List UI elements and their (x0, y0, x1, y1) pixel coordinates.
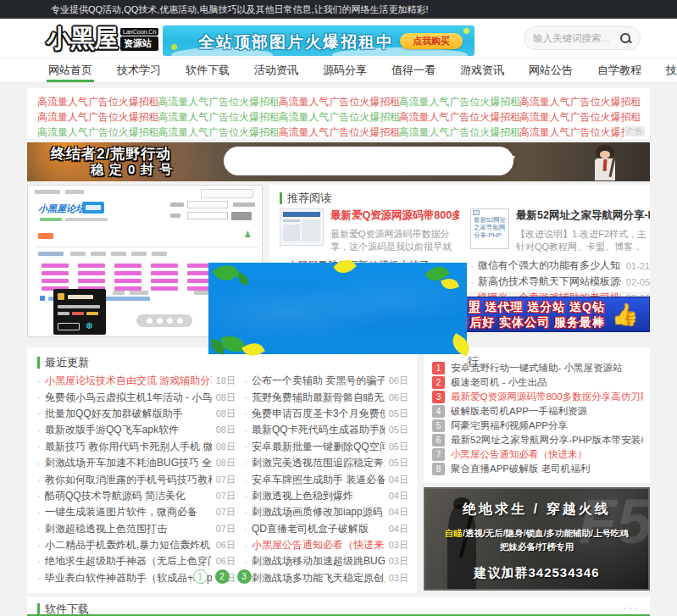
recent-item-link[interactable]: 最新QQ卡死代码生成器助手附iapp源码 (252, 423, 385, 437)
ad-link-r2c2[interactable]: 高流量人气广告位火爆招租30/排 (158, 109, 278, 125)
preview-pink-link (151, 271, 178, 275)
bullet-icon: · (37, 540, 41, 552)
ranking-item-link[interactable]: 极速老司机 - 小生出品 (451, 376, 643, 389)
ranking-row: 6最新52网址之家导航网分享-PHP版本带安装教程-QQ技术 (432, 433, 643, 447)
recent-item-link[interactable]: 教你如何取消泄露的手机号码技巧教程 (45, 473, 212, 487)
recent-item-link[interactable]: 公布一个卖辅助 卖黑号的骗子QQ1258259925 (252, 374, 385, 388)
ad-link-r3c1[interactable]: 高流量人气广告位火爆招租30/排 (37, 125, 158, 140)
recent-item-link[interactable]: 免费领小鸟云虚拟主机1年活动 - 小鸟云计算 (45, 391, 212, 405)
card-text: 最新52网址之家导航网分享-PHP版 【改进说明】1.改进F2样式，主针对QQ教… (516, 208, 650, 253)
nav-item-4[interactable]: 活动资讯 (254, 58, 298, 82)
recent-item-link[interactable]: QD直播老司机盒子破解版 (252, 522, 385, 536)
nav-item-6[interactable]: 值得一看 (391, 58, 436, 82)
recent-item-link[interactable]: 刺激透视上色稳到爆炸 (252, 489, 385, 503)
header-ad-banner[interactable]: 全站顶部图片火爆招租中 点我购买 (163, 25, 474, 56)
recent-item-link[interactable]: 小二精品手机轰炸机,暴力短信轰炸机 (45, 538, 212, 552)
recent-item-link[interactable]: 小黑屋公告通知必看（快进来） (252, 538, 385, 552)
recent-item-link[interactable]: 酷萌QQ技术导航源码 简洁美化 (45, 489, 212, 503)
page-button-2[interactable]: 2 (215, 569, 230, 584)
ranking-item-link[interactable]: 阿豪宅男福利视频APP分享 (451, 419, 643, 432)
recommended-card-1[interactable]: 最新爱Q资源网源码带800多数据分 最新爱Q资源网源码带数据分享，这个源码是我以… (280, 208, 459, 253)
search-input[interactable]: 输入关键词搜索... (524, 26, 641, 50)
nav-item-8[interactable]: 网站公告 (529, 58, 573, 82)
side-game-ad[interactable]: F5 绝地求生 / 穿越火线 自瞄/透视/无后/隐身/锁血/多功能辅助/上号吃鸡… (424, 487, 650, 591)
page-button-1[interactable]: 1 (193, 569, 208, 584)
card-title[interactable]: 最新52网址之家导航网分享-PHP版 (516, 208, 650, 223)
recent-item-link[interactable]: 小黑屋论坛技术自由交流 游戏辅助分享论坛 (45, 374, 212, 388)
bullet-icon: · (37, 408, 41, 419)
banner-leaf-decoration (463, 28, 469, 34)
nav-item-5[interactable]: 源码分享 (323, 58, 367, 82)
nav-item-7[interactable]: 游戏资讯 (460, 58, 504, 82)
section-bar-icon (37, 357, 40, 369)
ad-link-r3c3[interactable]: 高流量人气广告位火爆招租30/排 (278, 125, 398, 140)
ranking-item-link[interactable]: 最新52网址之家导航网分享-PHP版本带安装教程-QQ技术 (451, 434, 643, 447)
character-face (600, 151, 610, 158)
recent-item-link[interactable]: 最新技巧 教你用代码卡死别人手机 微信代码 (45, 440, 212, 454)
ad-link-r2c5[interactable]: 高流量人气广告位火爆招租30/排 (519, 109, 640, 125)
recent-item-row: ·教你如何取消泄露的手机号码技巧教程07日 (37, 471, 236, 487)
ad-link-r1c3[interactable]: 高流量人气广告位火爆招租30/排 (278, 94, 398, 109)
ad-link-r1c4[interactable]: 高流量人气广告位火爆招租30/排 (399, 94, 519, 109)
recent-item-link[interactable]: 刺激超稳透视上色范围打击 (45, 522, 212, 536)
downloads-more-button[interactable]: ··· (623, 601, 640, 614)
recent-item-link[interactable]: 批量加QQ好友加群破解版助手 (45, 407, 212, 421)
ad-link-r2c3[interactable]: 高流量人气广告位火爆招租30/排 (278, 109, 398, 125)
recent-item-link[interactable]: 刺激战场画质修改加iapp源码 (252, 505, 385, 519)
recent-item-link[interactable]: 绝地求生超级助手神器（无后上色穿门等等） (45, 554, 212, 569)
banner-buy-button[interactable]: 点我购买 (400, 33, 463, 49)
ranking-row: 4破解版老司机APP一手福利资源 (432, 404, 643, 419)
preview-text-bar (113, 291, 125, 295)
preview-nav-bar (131, 252, 147, 256)
recent-item-link[interactable]: 荒野免费辅助最新骨骼自瞄无后稳定大号 (252, 391, 385, 405)
recent-item-date: 18日 (216, 375, 236, 387)
card-description: 最新爱Q资源网源码带数据分享，这个源码是我以前很早就做了，所以就拿出来.. (330, 228, 459, 253)
recent-item-link[interactable]: 免费申请百度圣卡3个月免费使用 还送爱奇艺 (252, 407, 385, 421)
bullet-icon: · (37, 375, 41, 387)
ad-link-r1c1[interactable]: 高流量人气广告位火爆招租30/排 (37, 94, 158, 109)
ad-link-r2c1[interactable]: 高流量人气广告位火爆招租30/排 (37, 109, 158, 125)
recent-item-link[interactable]: 一键生成装逼图片软件，微商必备 (45, 505, 212, 519)
ranking-item-link[interactable]: 破解版老司机APP一手福利资源 (451, 405, 643, 418)
ranking-item-link[interactable]: 小黑屋公告通知必看（快进来） (451, 448, 643, 461)
recent-item-link[interactable]: 刺激战场移动加速超级跳BUG最新教学 (252, 554, 385, 569)
preview-logo-badge (82, 202, 104, 214)
ranking-item-link[interactable]: 聚合直播APP破解版 老司机福利 (451, 463, 643, 475)
preview-dark-ad-box: ❆ (53, 289, 106, 335)
recommended-card-2[interactable]: 最新52网址之家导航网分享-PHP 最新52网址之家导航网分享-PHP版 【改进… (470, 208, 650, 253)
recent-item-link[interactable]: 安卓最新批量一键删除QQ空间说说软件 (252, 440, 385, 454)
leaf-decoration (220, 334, 245, 354)
recommended-item-link[interactable]: 微信有个强大的功能有多少人知道了 但是关 (478, 258, 621, 273)
site-logo[interactable]: 小黑屋 LanCoon.Cn 资源站 (47, 22, 158, 56)
recommended-item-link[interactable]: 新高仿技术导航天下网站模板源码 (478, 275, 621, 289)
preview-carousel-dots (136, 314, 192, 327)
recommended-item-row: ·微信有个强大的功能有多少人知道了 但是关01-21 (470, 258, 650, 274)
bullet-icon: · (244, 556, 247, 568)
ad-link-r3c5[interactable]: 高流量人气广告位火爆招租30/排 (519, 125, 640, 140)
preview-login-label (170, 203, 184, 207)
ad-link-r2c4[interactable]: 高流量人气广告位火爆招租30/排 (399, 109, 519, 125)
card-title[interactable]: 最新爱Q资源网源码带800多数据分 (330, 208, 459, 223)
hero-ad-banner[interactable]: 终结者2/荒野行动 稳定0封号 (27, 142, 650, 181)
floating-overlay-ad[interactable] (208, 263, 467, 354)
ad-link-r1c2[interactable]: 高流量人气广告位火爆招租30/排 (158, 94, 278, 109)
page-button-3[interactable]: 3 (237, 569, 252, 584)
recent-item-link[interactable]: 刺激完美透视范围追踪稳定奔放 (252, 456, 385, 470)
hero-speech-bubble (224, 147, 513, 175)
recent-item-date: 07日 (216, 523, 236, 536)
ad-link-r1c5[interactable]: 高流量人气广告位火爆招租30/排 (519, 94, 640, 109)
nav-item-1[interactable]: 网站首页 (48, 58, 92, 82)
nav-item-9[interactable]: 自学教程 (597, 58, 641, 82)
recent-item-link[interactable]: 安卓车牌照生成助手 装逼必备 (252, 473, 385, 487)
nav-item-10[interactable]: 技术导航 (666, 58, 677, 82)
nav-item-3[interactable]: 软件下载 (186, 58, 230, 82)
nav-item-2[interactable]: 技术学习 (117, 58, 161, 82)
search-icon[interactable] (619, 32, 631, 44)
ranking-item-link[interactable]: 安卓荒野行动一键式辅助- 小黑屋资源站 (451, 362, 643, 375)
ad-link-r3c4[interactable]: 高流量人气广告位火爆招租30/排 (399, 125, 519, 140)
ranking-item-link[interactable]: 最新爱Q资源网源码带800多数据分享高仿刀网模板 (451, 391, 643, 403)
recent-item-link[interactable]: 最新改版手游QQ飞车apk软件 (45, 423, 212, 437)
recent-item-link[interactable]: 刺激战场开车加速不耗油BUG技巧 全军出击刺 (45, 456, 212, 470)
bullet-icon: · (244, 425, 247, 436)
ad-link-r3c2[interactable]: 高流量人气广告位火爆招租30/排 (158, 125, 278, 140)
